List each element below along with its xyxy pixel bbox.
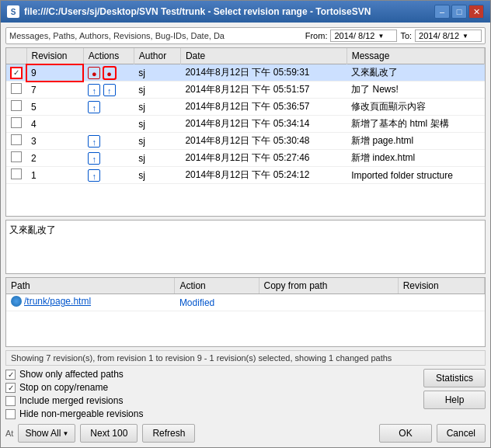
option-checkbox-row: Include merged revisions (5, 395, 419, 406)
message-cell: Imported folder structure (346, 167, 484, 184)
revision-number: 1 (26, 167, 83, 184)
row-checkbox[interactable] (11, 134, 22, 145)
option-checkbox-2[interactable] (5, 396, 16, 406)
date-cell: 2014年8月12日 下午 05:36:57 (180, 99, 346, 116)
titlebar-controls: – □ ✕ (434, 5, 484, 19)
action-icon-secondary[interactable]: ● (103, 67, 116, 79)
action-icons: ● ● (83, 64, 134, 82)
options-section: Show only affected pathsStop on copy/ren… (5, 369, 486, 419)
col-checkbox (6, 48, 26, 64)
action-icon-primary[interactable]: ● (88, 67, 100, 79)
paths-container: Path Action Copy from path Revision /tru… (5, 277, 486, 347)
table-row[interactable]: 3↑ sj2014年8月12日 下午 05:30:48新增 page.html (6, 133, 485, 150)
show-all-label: Show All (25, 428, 61, 439)
to-label: To: (400, 31, 412, 40)
filter-bar: Messages, Paths, Authors, Revisions, Bug… (5, 27, 486, 44)
globe-icon (11, 296, 22, 307)
option-checkbox-0[interactable] (5, 370, 16, 380)
window-title: file:///C:/Users/sj/Desktop/SVN Test/tru… (24, 6, 371, 17)
main-window: S file:///C:/Users/sj/Desktop/SVN Test/t… (0, 0, 491, 448)
date-cell: 2014年8月12日 下午 05:27:46 (180, 150, 346, 167)
bottom-bar: At Show All Next 100 Refresh OK Cancel (5, 422, 486, 443)
from-date-dropdown[interactable]: 2014/ 8/12 (330, 30, 397, 42)
revision-number: 5 (26, 99, 83, 116)
ok-button[interactable]: OK (379, 424, 431, 443)
table-row[interactable]: 4sj2014年8月12日 下午 05:34:14新增了基本的 html 架構 (6, 116, 485, 133)
message-cell: 修改頁面顯示內容 (346, 99, 484, 116)
author-cell: sj (134, 116, 180, 133)
author-cell: sj (134, 133, 180, 150)
date-cell: 2014年8月12日 下午 05:30:48 (180, 133, 346, 150)
row-checkbox[interactable] (11, 68, 22, 78)
author-cell: sj (134, 150, 180, 167)
date-cell: 2014年8月12日 下午 05:34:14 (180, 116, 346, 133)
action-icon-primary[interactable]: ↑ (88, 135, 100, 148)
status-text: Showing 7 revision(s), from revision 1 t… (11, 353, 392, 363)
to-date-dropdown[interactable]: 2014/ 8/12 (415, 30, 482, 42)
action-icons: ↑ (83, 99, 134, 116)
author-cell: sj (134, 82, 180, 99)
table-row[interactable]: 7↑ ↑ sj2014年8月12日 下午 05:51:57加了 News! (6, 82, 485, 99)
row-checkbox[interactable] (11, 83, 22, 94)
action-icons: ↑ (83, 167, 134, 184)
statistics-button[interactable]: Statistics (423, 369, 486, 387)
action-icon-primary[interactable]: ↑ (88, 101, 100, 113)
paths-col-copy: Copy from path (259, 278, 398, 294)
titlebar-left: S file:///C:/Users/sj/Desktop/SVN Test/t… (7, 5, 371, 18)
date-cell: 2014年8月12日 下午 05:51:57 (180, 82, 346, 99)
message-content: 又來亂改了 (9, 224, 56, 235)
maximize-button[interactable]: □ (451, 5, 467, 19)
table-row[interactable]: 9● ● sj2014年8月12日 下午 05:59:31又來亂改了 (6, 64, 485, 82)
help-button[interactable]: Help (423, 391, 486, 409)
option-label-1: Stop on copy/rename (19, 382, 108, 393)
revision-number: 4 (26, 116, 83, 133)
table-row[interactable]: 5↑ sj2014年8月12日 下午 05:36:57修改頁面顯示內容 (6, 99, 485, 116)
date-cell: 2014年8月12日 下午 05:59:31 (180, 64, 346, 82)
row-checkbox[interactable] (11, 100, 22, 111)
message-panel: 又來亂改了 (5, 220, 486, 274)
filter-input-text[interactable]: Messages, Paths, Authors, Revisions, Bug… (9, 31, 302, 40)
path-revision-cell (398, 294, 484, 311)
table-row[interactable]: 2↑ sj2014年8月12日 下午 05:27:46新增 index.html (6, 150, 485, 167)
path-row[interactable]: /trunk/page.htmlModified (6, 294, 485, 311)
path-link[interactable]: /trunk/page.html (24, 296, 91, 307)
action-icon-secondary[interactable]: ↑ (103, 84, 116, 96)
date-cell: 2014年8月12日 下午 05:24:12 (180, 167, 346, 184)
copy-from-cell (259, 294, 398, 311)
row-checkbox[interactable] (11, 117, 22, 128)
app-icon: S (7, 5, 19, 18)
content-area: Messages, Paths, Authors, Revisions, Bug… (1, 23, 490, 447)
author-cell: sj (134, 99, 180, 116)
close-button[interactable]: ✕ (468, 5, 484, 19)
option-label-0: Show only affected paths (19, 369, 124, 380)
table-row[interactable]: 1↑ sj2014年8月12日 下午 05:24:12Imported fold… (6, 167, 485, 184)
message-cell: 加了 News! (346, 82, 484, 99)
row-checkbox[interactable] (11, 168, 22, 179)
action-icon-primary[interactable]: ↑ (88, 84, 100, 96)
row-checkbox[interactable] (11, 151, 22, 162)
option-label-3: Hide non-mergeable revisions (19, 408, 143, 419)
action-icons: ↑ (83, 133, 134, 150)
checkboxes-area: Show only affected pathsStop on copy/ren… (5, 369, 419, 419)
option-checkbox-3[interactable] (5, 409, 16, 419)
refresh-button[interactable]: Refresh (142, 424, 195, 443)
message-cell: 新增 page.html (346, 133, 484, 150)
action-icon-primary[interactable]: ↑ (88, 152, 100, 165)
col-message: Message (346, 48, 484, 64)
paths-table: Path Action Copy from path Revision /tru… (6, 278, 485, 311)
show-all-button[interactable]: Show All (18, 424, 75, 443)
from-label: From: (305, 31, 328, 40)
author-cell: sj (134, 167, 180, 184)
cancel-button[interactable]: Cancel (437, 424, 486, 443)
revision-table: Revision Actions Author Date Message 9● … (6, 48, 485, 184)
minimize-button[interactable]: – (434, 5, 450, 19)
option-label-2: Include merged revisions (19, 395, 123, 406)
next-100-button[interactable]: Next 100 (80, 424, 138, 443)
option-checkbox-row: Show only affected paths (5, 369, 419, 380)
paths-col-revision: Revision (398, 278, 484, 294)
action-icon-primary[interactable]: ↑ (88, 169, 100, 182)
option-checkbox-row: Stop on copy/rename (5, 382, 419, 393)
col-date: Date (180, 48, 346, 64)
revision-number: 7 (26, 82, 83, 99)
option-checkbox-1[interactable] (5, 383, 16, 393)
